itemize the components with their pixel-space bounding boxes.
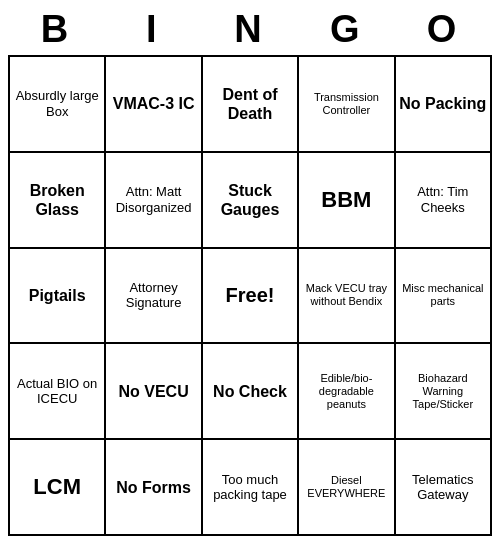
bingo-cell-17: No Check <box>203 344 299 440</box>
bingo-cell-8: BBM <box>299 153 395 249</box>
bingo-cell-23: Diesel EVERYWHERE <box>299 440 395 536</box>
bingo-cell-12: Free! <box>203 249 299 345</box>
bingo-cell-9: Attn: Tim Cheeks <box>396 153 492 249</box>
bingo-cell-2: Dent of Death <box>203 57 299 153</box>
bingo-cell-21: No Forms <box>106 440 202 536</box>
bingo-cell-20: LCM <box>10 440 106 536</box>
bingo-cell-15: Actual BIO on ICECU <box>10 344 106 440</box>
bingo-cell-11: Attorney Signature <box>106 249 202 345</box>
title-i: I <box>105 8 202 51</box>
bingo-cell-16: No VECU <box>106 344 202 440</box>
bingo-cell-1: VMAC-3 IC <box>106 57 202 153</box>
bingo-cell-19: Biohazard Warning Tape/Sticker <box>396 344 492 440</box>
bingo-cell-3: Transmission Controller <box>299 57 395 153</box>
bingo-cell-10: Pigtails <box>10 249 106 345</box>
bingo-cell-24: Telematics Gateway <box>396 440 492 536</box>
bingo-cell-7: Stuck Gauges <box>203 153 299 249</box>
title-n: N <box>202 8 299 51</box>
bingo-cell-5: Broken Glass <box>10 153 106 249</box>
bingo-cell-4: No Packing <box>396 57 492 153</box>
bingo-cell-0: Absurdly large Box <box>10 57 106 153</box>
bingo-grid: Absurdly large BoxVMAC-3 ICDent of Death… <box>8 55 492 536</box>
title-b: B <box>8 8 105 51</box>
title-o: O <box>395 8 492 51</box>
bingo-cell-6: Attn: Matt Disorganized <box>106 153 202 249</box>
bingo-title: B I N G O <box>8 8 492 51</box>
bingo-cell-13: Mack VECU tray without Bendix <box>299 249 395 345</box>
bingo-cell-14: Misc mechanical parts <box>396 249 492 345</box>
bingo-cell-18: Edible/bio-degradable peanuts <box>299 344 395 440</box>
bingo-cell-22: Too much packing tape <box>203 440 299 536</box>
title-g: G <box>298 8 395 51</box>
